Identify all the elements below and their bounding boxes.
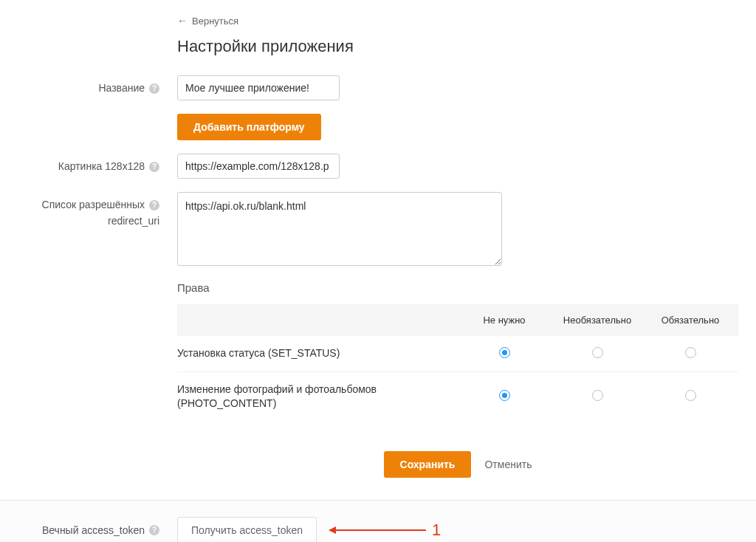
field-label-redirect: Список разрешённых ? redirect_uri: [0, 192, 168, 228]
field-label-name: Название ?: [0, 75, 168, 96]
page-title: Настройки приложения: [177, 37, 756, 56]
footer-label: Вечный access_token ?: [0, 524, 168, 536]
perm-col-header: Не нужно: [458, 315, 551, 326]
permission-radio[interactable]: [685, 347, 696, 358]
add-platform-button[interactable]: Добавить платформу: [177, 114, 321, 140]
permissions-header-row: Не нужно Необязательно Обязательно: [177, 304, 738, 336]
get-access-token-button[interactable]: Получить access_token: [177, 517, 317, 542]
field-label-image: Картинка 128x128 ?: [0, 154, 168, 174]
permission-radio[interactable]: [592, 347, 603, 358]
image-url-input[interactable]: [177, 154, 340, 179]
back-link-label: Вернуться: [192, 16, 238, 27]
perm-col-header: Необязательно: [551, 315, 644, 326]
help-icon[interactable]: ?: [149, 83, 159, 94]
permission-radio[interactable]: [499, 390, 510, 401]
permission-name: Изменение фотографий и фотоальбомов (PHO…: [177, 383, 458, 411]
back-link[interactable]: ← Вернуться: [177, 15, 238, 27]
footer-section: Вечный access_token ? Получить access_to…: [0, 500, 756, 542]
annotation-arrow: 1: [330, 521, 441, 540]
permission-row: Изменение фотографий и фотоальбомов (PHO…: [177, 372, 738, 422]
help-icon[interactable]: ?: [149, 525, 159, 535]
permission-name: Установка статуса (SET_STATUS): [177, 346, 458, 361]
redirect-uri-textarea[interactable]: https://api.ok.ru/blank.html: [177, 192, 502, 266]
cancel-link[interactable]: Отменить: [484, 459, 532, 470]
permission-radio[interactable]: [685, 390, 696, 401]
arrow-left-icon: ←: [177, 15, 188, 27]
permission-radio[interactable]: [592, 390, 603, 401]
help-icon[interactable]: ?: [149, 162, 159, 172]
help-icon[interactable]: ?: [149, 200, 159, 210]
permissions-table: Не нужно Необязательно Обязательно Устан…: [177, 304, 738, 422]
permission-radio[interactable]: [499, 347, 510, 358]
name-input[interactable]: [177, 75, 340, 100]
perm-col-header: Обязательно: [644, 315, 737, 326]
arrow-icon: [330, 529, 426, 531]
permission-row: Установка статуса (SET_STATUS): [177, 336, 738, 372]
save-button[interactable]: Сохранить: [384, 451, 472, 478]
annotation-number: 1: [432, 521, 441, 540]
permissions-section-title: Права: [177, 281, 756, 294]
